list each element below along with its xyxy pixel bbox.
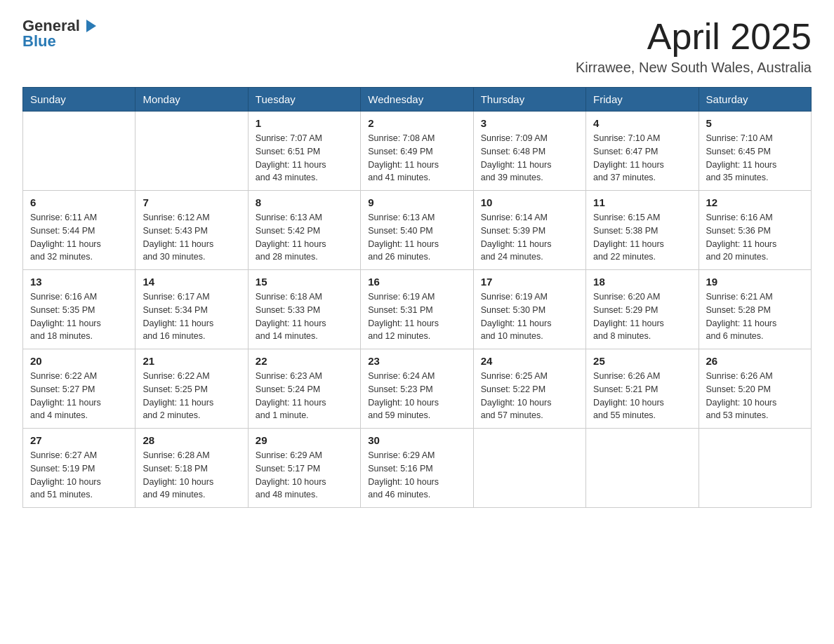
day-info: Sunrise: 6:29 AMSunset: 5:16 PMDaylight:… xyxy=(368,449,465,502)
month-title: April 2025 xyxy=(576,17,812,57)
day-info: Sunrise: 6:27 AMSunset: 5:19 PMDaylight:… xyxy=(30,449,128,502)
day-number: 6 xyxy=(30,196,128,208)
day-cell: 17Sunrise: 6:19 AMSunset: 5:30 PMDayligh… xyxy=(473,270,585,349)
day-cell: 25Sunrise: 6:26 AMSunset: 5:21 PMDayligh… xyxy=(586,349,699,429)
day-cell: 19Sunrise: 6:21 AMSunset: 5:28 PMDayligh… xyxy=(699,270,811,349)
day-number: 12 xyxy=(706,196,804,208)
day-number: 24 xyxy=(481,355,578,367)
day-cell: 9Sunrise: 6:13 AMSunset: 5:40 PMDaylight… xyxy=(361,191,473,270)
day-cell: 28Sunrise: 6:28 AMSunset: 5:18 PMDayligh… xyxy=(135,429,248,508)
day-cell: 18Sunrise: 6:20 AMSunset: 5:29 PMDayligh… xyxy=(586,270,699,349)
day-cell: 15Sunrise: 6:18 AMSunset: 5:33 PMDayligh… xyxy=(248,270,360,349)
day-cell: 7Sunrise: 6:12 AMSunset: 5:43 PMDaylight… xyxy=(135,191,248,270)
day-info: Sunrise: 7:10 AMSunset: 6:47 PMDaylight:… xyxy=(593,132,691,185)
calendar-table: SundayMondayTuesdayWednesdayThursdayFrid… xyxy=(22,87,812,508)
day-cell: 30Sunrise: 6:29 AMSunset: 5:16 PMDayligh… xyxy=(361,429,473,508)
day-cell: 3Sunrise: 7:09 AMSunset: 6:48 PMDaylight… xyxy=(473,112,585,191)
day-cell xyxy=(699,429,811,508)
day-info: Sunrise: 6:17 AMSunset: 5:34 PMDaylight:… xyxy=(143,290,240,343)
day-info: Sunrise: 6:21 AMSunset: 5:28 PMDaylight:… xyxy=(706,290,804,343)
day-cell: 14Sunrise: 6:17 AMSunset: 5:34 PMDayligh… xyxy=(135,270,248,349)
day-info: Sunrise: 6:11 AMSunset: 5:44 PMDaylight:… xyxy=(30,211,128,264)
day-number: 14 xyxy=(143,276,240,288)
day-cell: 2Sunrise: 7:08 AMSunset: 6:49 PMDaylight… xyxy=(361,112,473,191)
day-info: Sunrise: 6:14 AMSunset: 5:39 PMDaylight:… xyxy=(481,211,578,264)
day-info: Sunrise: 6:13 AMSunset: 5:42 PMDaylight:… xyxy=(256,211,353,264)
day-number: 15 xyxy=(256,276,353,288)
day-number: 11 xyxy=(593,196,691,208)
day-number: 4 xyxy=(593,117,691,129)
day-number: 18 xyxy=(593,276,691,288)
day-number: 19 xyxy=(706,276,804,288)
col-header-monday: Monday xyxy=(135,88,248,112)
day-number: 5 xyxy=(706,117,804,129)
day-cell: 21Sunrise: 6:22 AMSunset: 5:25 PMDayligh… xyxy=(135,349,248,429)
col-header-friday: Friday xyxy=(586,88,699,112)
logo-blue: Blue xyxy=(22,32,56,51)
day-cell: 12Sunrise: 6:16 AMSunset: 5:36 PMDayligh… xyxy=(699,191,811,270)
day-number: 27 xyxy=(30,434,128,446)
day-info: Sunrise: 6:19 AMSunset: 5:30 PMDaylight:… xyxy=(481,290,578,343)
day-number: 29 xyxy=(256,434,353,446)
day-number: 17 xyxy=(481,276,578,288)
day-cell: 23Sunrise: 6:24 AMSunset: 5:23 PMDayligh… xyxy=(361,349,473,429)
day-number: 8 xyxy=(256,196,353,208)
day-info: Sunrise: 6:15 AMSunset: 5:38 PMDaylight:… xyxy=(593,211,691,264)
logo: General Blue xyxy=(22,17,98,51)
day-cell: 5Sunrise: 7:10 AMSunset: 6:45 PMDaylight… xyxy=(699,112,811,191)
day-info: Sunrise: 7:10 AMSunset: 6:45 PMDaylight:… xyxy=(706,132,804,185)
week-row-4: 20Sunrise: 6:22 AMSunset: 5:27 PMDayligh… xyxy=(23,349,812,429)
day-number: 30 xyxy=(368,434,465,446)
day-cell: 13Sunrise: 6:16 AMSunset: 5:35 PMDayligh… xyxy=(23,270,135,349)
svg-marker-0 xyxy=(86,20,96,32)
day-cell: 24Sunrise: 6:25 AMSunset: 5:22 PMDayligh… xyxy=(473,349,585,429)
day-number: 25 xyxy=(593,355,691,367)
col-header-tuesday: Tuesday xyxy=(248,88,360,112)
day-info: Sunrise: 7:09 AMSunset: 6:48 PMDaylight:… xyxy=(481,132,578,185)
day-cell: 4Sunrise: 7:10 AMSunset: 6:47 PMDaylight… xyxy=(586,112,699,191)
day-info: Sunrise: 6:18 AMSunset: 5:33 PMDaylight:… xyxy=(256,290,353,343)
col-header-thursday: Thursday xyxy=(473,88,585,112)
day-cell: 6Sunrise: 6:11 AMSunset: 5:44 PMDaylight… xyxy=(23,191,135,270)
col-header-saturday: Saturday xyxy=(699,88,811,112)
day-number: 28 xyxy=(143,434,240,446)
day-number: 21 xyxy=(143,355,240,367)
day-info: Sunrise: 6:28 AMSunset: 5:18 PMDaylight:… xyxy=(143,449,240,502)
day-number: 13 xyxy=(30,276,128,288)
day-number: 26 xyxy=(706,355,804,367)
day-cell: 1Sunrise: 7:07 AMSunset: 6:51 PMDaylight… xyxy=(248,112,360,191)
day-cell xyxy=(473,429,585,508)
day-info: Sunrise: 6:20 AMSunset: 5:29 PMDaylight:… xyxy=(593,290,691,343)
col-header-wednesday: Wednesday xyxy=(361,88,473,112)
day-cell: 27Sunrise: 6:27 AMSunset: 5:19 PMDayligh… xyxy=(23,429,135,508)
day-info: Sunrise: 6:29 AMSunset: 5:17 PMDaylight:… xyxy=(256,449,353,502)
week-row-3: 13Sunrise: 6:16 AMSunset: 5:35 PMDayligh… xyxy=(23,270,812,349)
day-number: 1 xyxy=(256,117,353,129)
day-info: Sunrise: 6:26 AMSunset: 5:21 PMDaylight:… xyxy=(593,370,691,422)
day-info: Sunrise: 6:25 AMSunset: 5:22 PMDaylight:… xyxy=(481,370,578,422)
day-info: Sunrise: 7:08 AMSunset: 6:49 PMDaylight:… xyxy=(368,132,465,185)
day-cell xyxy=(135,112,248,191)
day-cell xyxy=(586,429,699,508)
day-info: Sunrise: 6:22 AMSunset: 5:25 PMDaylight:… xyxy=(143,370,240,422)
day-cell: 22Sunrise: 6:23 AMSunset: 5:24 PMDayligh… xyxy=(248,349,360,429)
day-info: Sunrise: 6:13 AMSunset: 5:40 PMDaylight:… xyxy=(368,211,465,264)
day-number: 9 xyxy=(368,196,465,208)
day-cell: 11Sunrise: 6:15 AMSunset: 5:38 PMDayligh… xyxy=(586,191,699,270)
logo-triangle-icon xyxy=(82,18,98,34)
day-info: Sunrise: 6:23 AMSunset: 5:24 PMDaylight:… xyxy=(256,370,353,422)
day-cell: 8Sunrise: 6:13 AMSunset: 5:42 PMDaylight… xyxy=(248,191,360,270)
week-row-1: 1Sunrise: 7:07 AMSunset: 6:51 PMDaylight… xyxy=(23,112,812,191)
day-info: Sunrise: 6:22 AMSunset: 5:27 PMDaylight:… xyxy=(30,370,128,422)
day-info: Sunrise: 6:16 AMSunset: 5:36 PMDaylight:… xyxy=(706,211,804,264)
header-row: SundayMondayTuesdayWednesdayThursdayFrid… xyxy=(23,88,812,112)
day-cell xyxy=(23,112,135,191)
day-cell: 10Sunrise: 6:14 AMSunset: 5:39 PMDayligh… xyxy=(473,191,585,270)
week-row-5: 27Sunrise: 6:27 AMSunset: 5:19 PMDayligh… xyxy=(23,429,812,508)
day-number: 10 xyxy=(481,196,578,208)
day-number: 23 xyxy=(368,355,465,367)
day-info: Sunrise: 6:26 AMSunset: 5:20 PMDaylight:… xyxy=(706,370,804,422)
location-title: Kirrawee, New South Wales, Australia xyxy=(576,60,812,76)
day-number: 20 xyxy=(30,355,128,367)
day-number: 22 xyxy=(256,355,353,367)
